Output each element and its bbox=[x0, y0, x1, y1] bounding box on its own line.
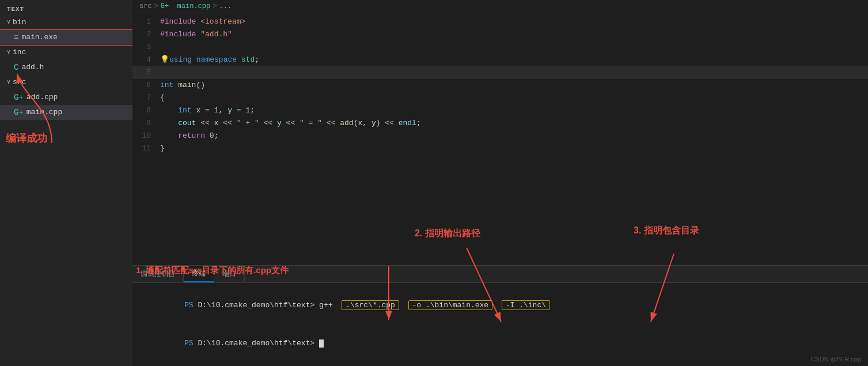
cmd-gpp: g++ bbox=[319, 301, 337, 310]
cmd-src-box: .\src\*.cpp bbox=[342, 300, 399, 310]
cmd-out-box: -o .\bin\main.exe bbox=[408, 300, 493, 310]
code-line-8: 8 int x = 1, y = 1; bbox=[132, 104, 868, 117]
sidebar-item-inc[interactable]: ∨ inc bbox=[0, 45, 132, 60]
chevron-down-icon: ∨ bbox=[7, 46, 10, 59]
breadcrumb-sep: > bbox=[154, 2, 158, 10]
sidebar-item-bin[interactable]: ∨ bin bbox=[0, 15, 132, 30]
compile-success-label: 编译成功 bbox=[6, 131, 138, 145]
ps-label: PS bbox=[184, 301, 198, 310]
breadcrumb-file: G+ main.cpp bbox=[161, 2, 210, 10]
ps-path-2: D:\10.cmake_demo\htf\text bbox=[198, 339, 310, 348]
code-editor[interactable]: 1 #include <iostream> 2 #include "add.h"… bbox=[132, 13, 868, 265]
cursor bbox=[319, 339, 324, 348]
tab-terminal[interactable]: 终端 bbox=[184, 266, 214, 282]
tab-debug-console[interactable]: 调试控制台 bbox=[132, 266, 184, 282]
code-line-9: 9 cout << x << " + " << y << " = " << ad… bbox=[132, 117, 868, 130]
code-line-1: 1 #include <iostream> bbox=[132, 16, 868, 28]
ps-label-2: PS bbox=[184, 339, 198, 348]
code-line-11: 11 } bbox=[132, 142, 868, 155]
terminal-tabs: 调试控制台 终端 端口 bbox=[132, 266, 868, 283]
editor-terminal-wrap: src > G+ main.cpp > ... 1 #include <iost… bbox=[132, 0, 868, 366]
chevron-down-icon: ∨ bbox=[7, 16, 10, 29]
tab-ports[interactable]: 端口 bbox=[214, 266, 245, 282]
breadcrumb-src: src bbox=[139, 2, 152, 10]
terminal-content: PS D:\10.cmake_demo\htf\text> g++ .\src\… bbox=[132, 283, 868, 366]
breadcrumb: src > G+ main.cpp > ... bbox=[132, 0, 868, 13]
sidebar-title: TEXT bbox=[0, 2, 132, 15]
ps-prompt-2: > bbox=[310, 339, 319, 348]
cmd-inc-box: -I .\inc\ bbox=[502, 300, 550, 310]
folder-label: bin bbox=[13, 16, 26, 29]
terminal-panel: 调试控制台 终端 端口 PS D:\10.cmake_demo\htf\text… bbox=[132, 265, 868, 366]
file-label: main.exe bbox=[21, 31, 57, 44]
sidebar: TEXT ∨ bin ≡ main.exe ∨ inc C add.h ∨ sr… bbox=[0, 0, 132, 366]
code-line-2: 2 #include "add.h" bbox=[132, 28, 868, 41]
sidebar-item-main-exe[interactable]: ≡ main.exe bbox=[0, 30, 132, 45]
breadcrumb-ellipsis: ... bbox=[219, 2, 232, 10]
code-line-5: 5 bbox=[132, 66, 868, 79]
ps-prompt: > bbox=[310, 301, 319, 310]
code-line-4: 4 💡using namespace std; bbox=[132, 54, 868, 66]
terminal-line-1: PS D:\10.cmake_demo\htf\text> g++ .\src\… bbox=[139, 286, 861, 325]
folder-label: inc bbox=[13, 46, 26, 59]
breadcrumb-sep2: > bbox=[213, 2, 217, 10]
ps-path: D:\10.cmake_demo\htf\text bbox=[198, 301, 310, 310]
code-line-7: 7 { bbox=[132, 92, 868, 104]
code-line-10: 10 return 0; bbox=[132, 130, 868, 142]
csdn-watermark: CSDN @BLR.cpp bbox=[810, 356, 861, 363]
code-line-6: 6 int main() bbox=[132, 79, 868, 92]
exe-icon: ≡ bbox=[14, 31, 18, 44]
code-line-3: 3 bbox=[132, 41, 868, 54]
terminal-line-2: PS D:\10.cmake_demo\htf\text> bbox=[139, 325, 861, 363]
